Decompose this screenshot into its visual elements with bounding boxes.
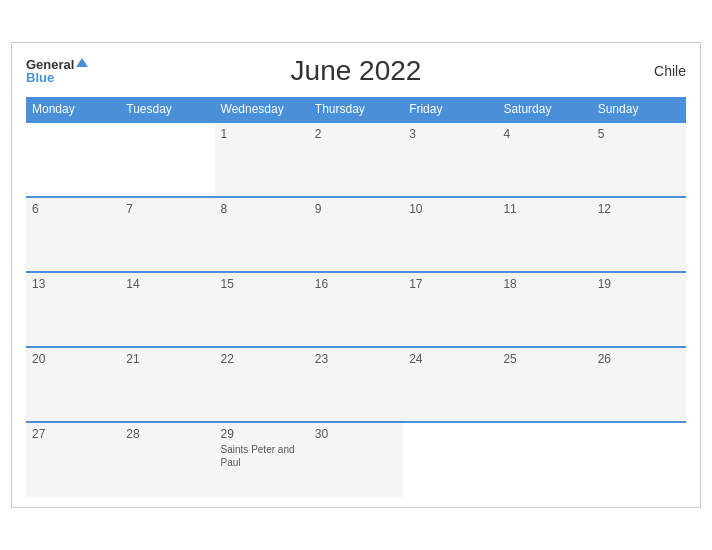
day-number: 25	[503, 352, 585, 366]
calendar-cell: 13	[26, 272, 120, 347]
calendar-cell: 18	[497, 272, 591, 347]
day-number: 9	[315, 202, 397, 216]
week-row-2: 6789101112	[26, 197, 686, 272]
calendar-cell: 26	[592, 347, 686, 422]
calendar-cell: 10	[403, 197, 497, 272]
day-number: 16	[315, 277, 397, 291]
day-number: 11	[503, 202, 585, 216]
calendar-cell: 22	[215, 347, 309, 422]
day-number: 26	[598, 352, 680, 366]
calendar-cell: 8	[215, 197, 309, 272]
calendar-cell	[497, 422, 591, 497]
day-number: 28	[126, 427, 208, 441]
week-row-5: 272829Saints Peter and Paul30	[26, 422, 686, 497]
logo-blue-text: Blue	[26, 71, 88, 84]
day-number: 1	[221, 127, 303, 141]
calendar-container: General Blue June 2022 Chile MondayTuesd…	[11, 42, 701, 508]
logo: General Blue	[26, 58, 88, 84]
weekday-header-wednesday: Wednesday	[215, 97, 309, 122]
calendar-cell: 27	[26, 422, 120, 497]
calendar-cell: 21	[120, 347, 214, 422]
day-number: 2	[315, 127, 397, 141]
day-number: 14	[126, 277, 208, 291]
day-number: 8	[221, 202, 303, 216]
day-number: 10	[409, 202, 491, 216]
day-number: 23	[315, 352, 397, 366]
day-number: 27	[32, 427, 114, 441]
country-label: Chile	[654, 63, 686, 79]
calendar-cell: 17	[403, 272, 497, 347]
weekday-header-tuesday: Tuesday	[120, 97, 214, 122]
calendar-cell	[403, 422, 497, 497]
day-number: 6	[32, 202, 114, 216]
calendar-cell: 28	[120, 422, 214, 497]
calendar-cell: 23	[309, 347, 403, 422]
calendar-cell: 19	[592, 272, 686, 347]
weekday-header-saturday: Saturday	[497, 97, 591, 122]
calendar-cell	[592, 422, 686, 497]
day-number: 13	[32, 277, 114, 291]
calendar-cell: 3	[403, 122, 497, 197]
calendar-cell: 9	[309, 197, 403, 272]
calendar-cell: 16	[309, 272, 403, 347]
day-number: 15	[221, 277, 303, 291]
day-number: 5	[598, 127, 680, 141]
day-number: 29	[221, 427, 303, 441]
weekday-header-row: MondayTuesdayWednesdayThursdayFridaySatu…	[26, 97, 686, 122]
calendar-title: June 2022	[291, 55, 422, 87]
day-number: 24	[409, 352, 491, 366]
calendar-cell: 24	[403, 347, 497, 422]
calendar-cell: 2	[309, 122, 403, 197]
logo-triangle-icon	[76, 58, 88, 67]
weekday-header-monday: Monday	[26, 97, 120, 122]
calendar-cell: 25	[497, 347, 591, 422]
calendar-cell: 30	[309, 422, 403, 497]
calendar-cell: 5	[592, 122, 686, 197]
calendar-cell	[26, 122, 120, 197]
calendar-cell	[120, 122, 214, 197]
day-number: 12	[598, 202, 680, 216]
weekday-header-sunday: Sunday	[592, 97, 686, 122]
day-number: 7	[126, 202, 208, 216]
day-number: 21	[126, 352, 208, 366]
holiday-label: Saints Peter and Paul	[221, 443, 303, 469]
day-number: 3	[409, 127, 491, 141]
calendar-cell: 29Saints Peter and Paul	[215, 422, 309, 497]
calendar-cell: 20	[26, 347, 120, 422]
calendar-cell: 12	[592, 197, 686, 272]
week-row-3: 13141516171819	[26, 272, 686, 347]
calendar-cell: 11	[497, 197, 591, 272]
calendar-cell: 15	[215, 272, 309, 347]
weekday-header-friday: Friday	[403, 97, 497, 122]
day-number: 19	[598, 277, 680, 291]
day-number: 18	[503, 277, 585, 291]
calendar-cell: 4	[497, 122, 591, 197]
calendar-cell: 14	[120, 272, 214, 347]
day-number: 20	[32, 352, 114, 366]
weekday-header-thursday: Thursday	[309, 97, 403, 122]
week-row-4: 20212223242526	[26, 347, 686, 422]
week-row-1: 12345	[26, 122, 686, 197]
day-number: 22	[221, 352, 303, 366]
calendar-grid: MondayTuesdayWednesdayThursdayFridaySatu…	[26, 97, 686, 497]
calendar-cell: 1	[215, 122, 309, 197]
day-number: 30	[315, 427, 397, 441]
calendar-cell: 6	[26, 197, 120, 272]
calendar-header: General Blue June 2022 Chile	[26, 55, 686, 87]
day-number: 4	[503, 127, 585, 141]
day-number: 17	[409, 277, 491, 291]
calendar-cell: 7	[120, 197, 214, 272]
